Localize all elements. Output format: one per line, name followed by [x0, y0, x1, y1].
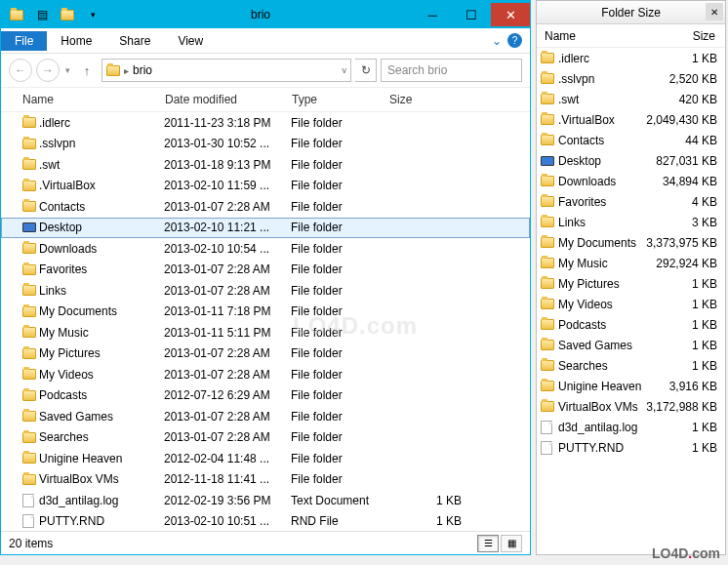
panel-row[interactable]: Favorites4 KB [537, 191, 725, 212]
table-row[interactable]: Contacts2013-01-07 2:28 AMFile folder [1, 196, 530, 218]
table-row[interactable]: Podcasts2012-07-12 6:29 AMFile folder [1, 385, 530, 407]
forward-button[interactable]: → [36, 59, 60, 82]
maximize-button[interactable]: ☐ [452, 3, 491, 26]
panel-row[interactable]: Searches1 KB [537, 355, 725, 376]
qat-properties-icon[interactable]: ▤ [34, 7, 50, 22]
file-name: Unigine Heaven [39, 452, 164, 465]
panel-row[interactable]: My Documents3,373,975 KB [537, 232, 725, 253]
file-type: File folder [291, 221, 388, 234]
table-row[interactable]: PUTTY.RND2013-02-10 10:51 ...RND File1 K… [1, 511, 530, 533]
panel-row[interactable]: .VirtualBox2,049,430 KB [537, 109, 725, 130]
history-dropdown-icon[interactable]: ▾ [63, 65, 72, 75]
back-button[interactable]: ← [9, 59, 32, 82]
file-name: PUTTY.RND [39, 514, 164, 528]
table-row[interactable]: Unigine Heaven2012-02-04 11:48 ...File f… [1, 448, 530, 469]
file-name: Saved Games [39, 410, 164, 424]
panel-item-name: My Pictures [558, 277, 645, 291]
titlebar[interactable]: ▤ ▾ brio ─ ☐ ✕ [1, 1, 530, 28]
folder-icon [541, 340, 554, 350]
panel-col-name[interactable]: Name [541, 29, 647, 43]
panel-row[interactable]: .sslvpn2,520 KB [537, 68, 725, 89]
col-name[interactable]: Name [1, 93, 165, 106]
col-date[interactable]: Date modified [165, 93, 292, 106]
minimize-button[interactable]: ─ [413, 3, 452, 26]
table-row[interactable]: Desktop2013-02-10 11:21 ...File folder [1, 218, 530, 239]
qat-dropdown-icon[interactable]: ▾ [85, 7, 101, 22]
panel-list[interactable]: .idlerc1 KB.sslvpn2,520 KB.swt420 KB.Vir… [537, 48, 725, 458]
panel-item-size: 44 KB [645, 134, 721, 147]
panel-row[interactable]: Links3 KB [537, 212, 725, 232]
folder-icon [22, 306, 36, 317]
panel-item-name: Saved Games [558, 339, 645, 352]
up-button[interactable]: ↑ [76, 60, 98, 81]
panel-row[interactable]: Contacts44 KB [537, 130, 725, 150]
file-type: File folder [291, 262, 388, 276]
panel-row[interactable]: Podcasts1 KB [537, 314, 725, 335]
table-row[interactable]: VirtualBox VMs2012-11-18 11:41 ...File f… [1, 469, 530, 491]
file-type: File folder [291, 284, 388, 298]
address-bar[interactable]: ▸ brio v [101, 59, 351, 82]
table-row[interactable]: My Documents2013-01-11 7:18 PMFile folde… [1, 302, 530, 323]
panel-titlebar[interactable]: Folder Size ✕ [537, 1, 725, 24]
panel-item-size: 420 KB [645, 93, 721, 106]
file-date: 2013-01-11 7:18 PM [164, 304, 291, 318]
file-date: 2013-01-30 10:52 ... [164, 137, 291, 150]
panel-row[interactable]: PUTTY.RND1 KB [537, 437, 725, 458]
table-row[interactable]: .sslvpn2013-01-30 10:52 ...File folder [1, 134, 530, 155]
file-type: File folder [291, 200, 388, 214]
panel-row[interactable]: My Music292,924 KB [537, 253, 725, 273]
folder-icon [22, 369, 36, 380]
panel-row[interactable]: .swt420 KB [537, 89, 725, 109]
table-row[interactable]: .VirtualBox2013-02-10 11:59 ...File fold… [1, 176, 530, 197]
col-type[interactable]: Type [292, 93, 389, 106]
qat-newfolder-icon[interactable] [60, 7, 75, 22]
breadcrumb[interactable]: brio [133, 63, 152, 77]
panel-row[interactable]: .idlerc1 KB [537, 48, 725, 68]
table-row[interactable]: .swt2013-01-18 9:13 PMFile folder [1, 154, 530, 176]
panel-row[interactable]: My Pictures1 KB [537, 273, 725, 294]
search-input[interactable]: Search brio [381, 59, 522, 82]
tab-view[interactable]: View [164, 31, 217, 51]
panel-row[interactable]: My Videos1 KB [537, 294, 725, 314]
folder-icon [541, 94, 554, 104]
col-size[interactable]: Size [389, 93, 467, 106]
table-row[interactable]: Favorites2013-01-07 2:28 AMFile folder [1, 260, 530, 281]
table-row[interactable]: .idlerc2011-11-23 3:18 PMFile folder [1, 112, 530, 134]
panel-item-size: 2,049,430 KB [645, 113, 721, 127]
table-row[interactable]: Searches2013-01-07 2:28 AMFile folder [1, 427, 530, 449]
help-icon[interactable]: ? [507, 33, 522, 48]
panel-row[interactable]: d3d_antilag.log1 KB [537, 417, 725, 437]
file-date: 2013-02-10 10:54 ... [164, 242, 291, 256]
panel-row[interactable]: Desktop827,031 KB [537, 150, 725, 171]
table-row[interactable]: Saved Games2013-01-07 2:28 AMFile folder [1, 406, 530, 427]
panel-col-size[interactable]: Size [647, 29, 721, 43]
file-list[interactable]: .idlerc2011-11-23 3:18 PMFile folder.ssl… [1, 112, 530, 532]
panel-row[interactable]: Unigine Heaven3,916 KB [537, 376, 725, 396]
view-details-button[interactable]: ☰ [477, 535, 499, 552]
table-row[interactable]: d3d_antilag.log2012-02-19 3:56 PMText Do… [1, 490, 530, 511]
file-date: 2013-01-18 9:13 PM [164, 158, 291, 172]
panel-row[interactable]: VirtualBox VMs3,172,988 KB [537, 396, 725, 417]
address-folder-icon [106, 65, 120, 76]
address-dropdown-icon[interactable]: v [343, 65, 347, 75]
folder-icon [541, 237, 554, 248]
table-row[interactable]: Links2013-01-07 2:28 AMFile folder [1, 280, 530, 302]
close-button[interactable]: ✕ [491, 3, 530, 26]
folder-icon [541, 360, 554, 371]
expand-ribbon-icon[interactable]: ⌄ [492, 34, 502, 48]
view-icons-button[interactable]: ▦ [501, 535, 522, 552]
file-name: .swt [39, 158, 164, 172]
tab-file[interactable]: File [1, 31, 47, 51]
table-row[interactable]: My Videos2013-01-07 2:28 AMFile folder [1, 364, 530, 385]
tab-home[interactable]: Home [47, 31, 105, 51]
tab-share[interactable]: Share [105, 31, 164, 51]
panel-row[interactable]: Saved Games1 KB [537, 335, 725, 355]
panel-close-button[interactable]: ✕ [706, 3, 723, 20]
folder-icon [541, 135, 554, 145]
table-row[interactable]: My Pictures2013-01-07 2:28 AMFile folder [1, 343, 530, 365]
table-row[interactable]: Downloads2013-02-10 10:54 ...File folder [1, 238, 530, 260]
refresh-button[interactable]: ↻ [355, 59, 377, 82]
table-row[interactable]: My Music2013-01-11 5:11 PMFile folder [1, 322, 530, 343]
watermark-corner: LO4D.com [652, 545, 720, 561]
panel-row[interactable]: Downloads34,894 KB [537, 171, 725, 191]
